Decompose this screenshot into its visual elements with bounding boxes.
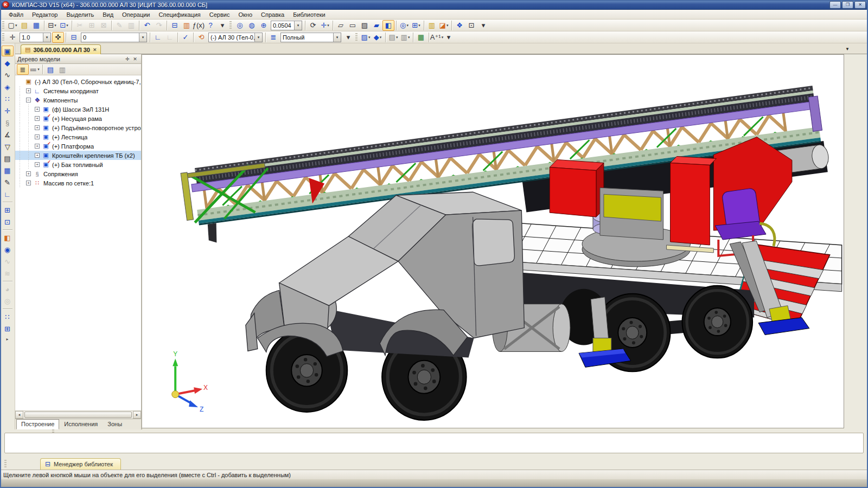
tab-list-button[interactable]: ▼ (845, 47, 850, 52)
tree-relations-button[interactable]: ≣ (267, 32, 279, 43)
rotate-button[interactable]: ⟳ (307, 20, 319, 31)
face-style-button-caret-icon[interactable]: ▾ (368, 35, 371, 40)
hide-components-button-caret-icon[interactable]: ▾ (418, 23, 420, 28)
new-document-button[interactable]: ▢▾ (7, 20, 18, 31)
body-style-button[interactable]: ◆▾ (372, 32, 384, 43)
zoom-scale-combo[interactable]: 0.0504▾ (271, 21, 302, 30)
local-cs-button[interactable]: ∟ (152, 32, 164, 43)
print-preview-button[interactable]: ⊡▾ (58, 20, 70, 31)
layers-button[interactable]: ⊟ (68, 32, 80, 43)
sketch-button[interactable]: ✎ (2, 177, 14, 188)
menu-item-Вид[interactable]: Вид (98, 10, 118, 19)
report-button[interactable]: ▦ (2, 165, 14, 176)
menu-item-Справка[interactable]: Справка (257, 10, 289, 19)
wheel[interactable] (682, 286, 752, 358)
tree-display-button[interactable]: ≔▾ (29, 64, 41, 75)
tree-item[interactable]: +∷Массив по сетке:1 (15, 178, 141, 188)
tree-expander[interactable]: + (26, 171, 31, 176)
tree-params-button[interactable]: ▥ (56, 64, 68, 75)
panel-tab-Исполнения[interactable]: Исполнения (59, 419, 103, 429)
add-component-button[interactable]: ⊞ (2, 204, 14, 215)
viewport-3d[interactable]: Y X Z (142, 54, 844, 428)
zoom-frame-button[interactable]: ◍ (246, 20, 258, 31)
orientation-button[interactable]: ✛▾ (319, 20, 331, 31)
spec-edit-button[interactable]: ▥▾ (399, 32, 411, 43)
tree-expander[interactable]: + (26, 181, 31, 185)
tree-item[interactable]: +▣Кронштейн крепления ТБ (x2) (15, 151, 141, 160)
shaded-button[interactable]: ▰ (371, 20, 382, 31)
hide-components-button[interactable]: ⊞▾ (410, 20, 422, 31)
scroll-left-icon[interactable]: ◂ (15, 411, 23, 419)
fx-variables-button[interactable]: ƒ(x) (193, 20, 205, 31)
auxiliary-geometry-button[interactable]: ✛ (2, 105, 14, 116)
new-document-button-caret-icon[interactable]: ▾ (15, 23, 17, 28)
tab-close-icon[interactable]: ✕ (93, 47, 97, 53)
spec-objects-button-caret-icon[interactable]: ▾ (396, 35, 398, 40)
hide-objects-button[interactable]: ◎▾ (398, 20, 410, 31)
tree-expander[interactable]: + (35, 125, 40, 130)
tree-doc-button[interactable]: ▤ (44, 64, 56, 75)
tree-item[interactable]: +∟Системы координат (15, 86, 141, 95)
spec-edit-button-caret-icon[interactable]: ▾ (408, 35, 410, 40)
tree-expander[interactable]: − (26, 98, 31, 102)
menu-item-Сервис[interactable]: Сервис (205, 10, 234, 19)
context-help-button[interactable]: ? (205, 20, 216, 31)
menu-item-Выделить[interactable]: Выделить (62, 10, 98, 19)
surfaces-button[interactable]: ◈ (2, 81, 14, 92)
toolbar-overflow-button[interactable]: ▾ (216, 20, 228, 31)
shaded-edges-button[interactable]: ◧ (382, 20, 394, 31)
variables-button[interactable]: ▥ (181, 20, 193, 31)
property-bar-field[interactable] (4, 433, 864, 453)
truck-cab[interactable] (246, 192, 525, 357)
fit-document-button[interactable]: ✛ (7, 32, 18, 43)
tree-item[interactable]: +▣(+) Лестница (15, 132, 141, 142)
menu-item-Файл[interactable]: Файл (4, 10, 28, 19)
minimize-button[interactable]: — (829, 1, 841, 9)
spatial-curves-button[interactable]: ◆ (2, 57, 14, 68)
print-button[interactable]: ⊟▾ (46, 20, 58, 31)
mates-button[interactable]: § (2, 117, 14, 128)
measure-3d-button[interactable]: ∡ (2, 129, 14, 140)
panel-tab-Зоны[interactable]: Зоны (103, 419, 127, 429)
tree-item[interactable]: +▣✓(+) Несущая рама (15, 114, 141, 123)
tree-item[interactable]: +§Сопряжения (15, 169, 141, 178)
coordinate-system-button[interactable]: ∟ (2, 189, 14, 200)
tree-display-button-caret-icon[interactable]: ▾ (37, 67, 40, 72)
capture-frame-button[interactable]: ⊡ (465, 20, 477, 31)
specification-button[interactable]: ▤ (2, 153, 14, 164)
hidden-thin-button[interactable]: ▨ (359, 20, 371, 31)
zoom-in-out-button[interactable]: ⊕ (258, 20, 270, 31)
filters-button[interactable]: ▽ (2, 141, 14, 152)
spec-objects-button[interactable]: ▤▾ (387, 32, 399, 43)
menu-item-Библиотеки[interactable]: Библиотеки (289, 10, 330, 19)
hide-objects-button-caret-icon[interactable]: ▾ (406, 23, 409, 28)
layer-combo[interactable]: 0▾ (81, 33, 147, 42)
snap-toggle-button[interactable]: ✜ (52, 32, 64, 43)
undo-button[interactable]: ↶ (141, 20, 153, 31)
layer-combo-dropdown-icon[interactable]: ▾ (139, 33, 146, 42)
hidden-lines-button[interactable]: ▭ (347, 20, 359, 31)
dims-overflow-button[interactable]: ▾ (443, 32, 455, 43)
tree-item[interactable]: −❖Компоненты (15, 95, 141, 105)
tree-item[interactable]: ▣(-) АЛ 30 (Тел-0, Сборочных единиц-7, Д… (15, 77, 141, 86)
curve-button[interactable]: ∿ (2, 69, 14, 80)
scroll-right-icon[interactable]: ▸ (133, 411, 141, 419)
print-button-caret-icon[interactable]: ▾ (54, 23, 56, 28)
grid-step-combo-dropdown-icon[interactable]: ▾ (43, 33, 50, 42)
tree-expander[interactable]: + (35, 153, 40, 158)
rebuild-button[interactable]: ⟲ (195, 32, 207, 43)
view-overflow-button[interactable]: ▾ (342, 32, 354, 43)
refresh-image-button[interactable]: ❖ (454, 20, 465, 31)
pin-icon[interactable]: ✛ (124, 56, 131, 62)
tree-item[interactable]: +▣✓(+) Платформа (15, 142, 141, 151)
section-view-button[interactable]: ▥ (426, 20, 438, 31)
panel-tab-Построение[interactable]: Построение (16, 419, 59, 429)
panel-close-icon[interactable]: ✕ (131, 56, 139, 62)
reports-button[interactable]: ▦ (415, 32, 427, 43)
tree-expander[interactable]: + (35, 107, 40, 112)
tree-item[interactable]: +▣✓(+) Бак топливный (15, 160, 141, 169)
compact-panel-expander-icon[interactable]: ▸ (6, 337, 8, 342)
clip-view-button-caret-icon[interactable]: ▾ (446, 23, 449, 28)
document-manager-button[interactable]: ⊟ (169, 20, 181, 31)
zoom-scale-combo-dropdown-icon[interactable]: ▾ (294, 21, 302, 30)
